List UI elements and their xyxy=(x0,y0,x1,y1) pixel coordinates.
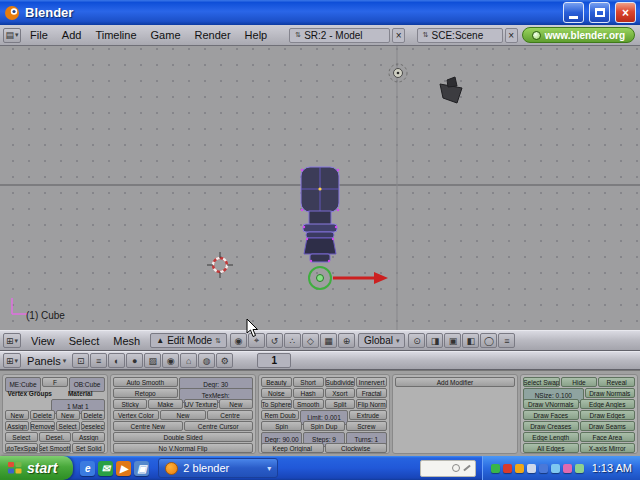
editing-context-icon[interactable]: ◍ xyxy=(198,353,215,368)
panel-button-xsort[interactable]: Xsort xyxy=(325,388,356,398)
panel-button-all-edges[interactable]: All Edges xyxy=(523,443,579,453)
menu-timeline[interactable]: Timeline xyxy=(88,27,143,43)
panel-button-draw-edges[interactable]: Draw Edges xyxy=(580,410,636,420)
orientation-selector[interactable]: Global ▾ xyxy=(358,333,405,348)
windows-update-icon[interactable] xyxy=(515,464,524,473)
menu-render[interactable]: Render xyxy=(188,27,238,43)
script-context-icon[interactable]: ≡ xyxy=(90,353,107,368)
panel-button-extrude[interactable]: Extrude xyxy=(349,410,387,420)
mode-selector[interactable]: ▲ Edit Mode ⇅ xyxy=(150,333,227,348)
world-context-icon[interactable]: ◉ xyxy=(162,353,179,368)
frame-number-field[interactable]: 1 xyxy=(257,353,291,368)
show-desktop-icon[interactable]: ▣ xyxy=(134,461,149,476)
panel-button-set-solid[interactable]: Set Solid xyxy=(72,443,105,453)
menu-game[interactable]: Game xyxy=(144,27,188,43)
panel-button-make[interactable]: Make xyxy=(148,399,182,409)
network-icon[interactable] xyxy=(539,464,548,473)
graphics-tray-icon[interactable] xyxy=(551,464,560,473)
panel-button-fractal[interactable]: Fractal xyxy=(356,388,387,398)
panel-button-screw[interactable]: Screw xyxy=(346,421,387,431)
panel-button-delete[interactable]: Delete xyxy=(81,410,105,420)
pan-hand-icon[interactable]: ⊕ xyxy=(338,333,355,348)
panel-button-edge-length[interactable]: Edge Length xyxy=(523,432,579,442)
scene-context-icon[interactable]: ⚙ xyxy=(216,353,233,368)
screen-selector[interactable]: ⇅ SR:2 - Model xyxy=(289,28,390,43)
antivirus-icon[interactable] xyxy=(503,464,512,473)
minimize-button[interactable] xyxy=(563,2,584,23)
panel-button-assign[interactable]: Assign xyxy=(72,432,105,442)
panel-button-desel[interactable]: Desel. xyxy=(39,432,72,442)
camera-object[interactable] xyxy=(440,77,462,103)
object-context-icon[interactable]: ⌂ xyxy=(180,353,197,368)
panel-button-auto-smooth[interactable]: Auto Smooth xyxy=(113,377,178,387)
logic-context-icon[interactable]: ⊡ xyxy=(72,353,89,368)
lamp-object[interactable] xyxy=(389,64,407,82)
layers-icon[interactable]: ▣ xyxy=(444,333,461,348)
internet-explorer-icon[interactable]: e xyxy=(80,461,95,476)
snap-magnet-icon[interactable]: ⊙ xyxy=(408,333,425,348)
panel-button-keep-original[interactable]: Keep Original xyxy=(261,443,324,453)
pen-icon[interactable] xyxy=(463,465,470,472)
menu-file[interactable]: File xyxy=(23,27,55,43)
panel-button-spin-dup[interactable]: Spin Dup xyxy=(303,421,344,431)
viewport-3d[interactable]: (1) Cube xyxy=(0,46,640,330)
scene-delete-button[interactable]: × xyxy=(505,28,518,43)
panel-button-beauty[interactable]: Beauty xyxy=(261,377,292,387)
panel-button-double-sided[interactable]: Double Sided xyxy=(113,432,253,442)
material-context-icon[interactable]: ● xyxy=(126,353,143,368)
scene-selector[interactable]: ⇅ SCE:Scene xyxy=(417,28,503,43)
panel-button-innervert[interactable]: Innervert xyxy=(356,377,387,387)
start-button[interactable]: start xyxy=(0,456,73,480)
buttons-editor-type-selector[interactable]: ⊞ ▾ xyxy=(3,353,21,368)
panel-button-face-area[interactable]: Face Area xyxy=(580,432,636,442)
editor-type-selector[interactable]: ⊞ ▾ xyxy=(3,333,21,348)
panel-button-clockwise[interactable]: Clockwise xyxy=(325,443,388,453)
screen-delete-button[interactable]: × xyxy=(392,28,405,43)
vertex-select-icon[interactable]: ∴ xyxy=(284,333,301,348)
transform-manipulator[interactable] xyxy=(309,267,388,289)
panel-button-draw-normals[interactable]: Draw Normals xyxy=(585,388,636,398)
panel-button-new[interactable]: New xyxy=(56,410,80,420)
panel-button-edge-angles[interactable]: Edge Angles xyxy=(580,399,636,409)
manipulator-toggle-icon[interactable]: ↺ xyxy=(266,333,283,348)
magnifier-icon[interactable] xyxy=(452,464,460,472)
panel-button-draw-creases[interactable]: Draw Creases xyxy=(523,421,579,431)
panel-button-set-smooth[interactable]: Set Smooth xyxy=(39,443,72,453)
panel-button-retopo[interactable]: Retopo xyxy=(113,388,178,398)
panel-button-short[interactable]: Short xyxy=(293,377,324,387)
menu-add[interactable]: Add xyxy=(55,27,89,43)
blender-org-link[interactable]: www.blender.org xyxy=(522,27,635,43)
panel-button-to-sphere[interactable]: To Sphere xyxy=(261,399,292,409)
maximize-button[interactable] xyxy=(589,2,610,23)
panel-button-centre[interactable]: Centre xyxy=(207,410,253,420)
panel-button-draw-seams[interactable]: Draw Seams xyxy=(580,421,636,431)
panel-button-draw-faces[interactable]: Draw Faces xyxy=(523,410,579,420)
window-type-selector[interactable]: ▤ ▾ xyxy=(3,28,21,43)
render-preview-icon[interactable]: ◨ xyxy=(426,333,443,348)
panel-button-hash[interactable]: Hash xyxy=(293,388,324,398)
lock-view-icon[interactable]: ◧ xyxy=(462,333,479,348)
viewport-menu-select[interactable]: Select xyxy=(62,333,107,349)
viewport-menu-view[interactable]: View xyxy=(24,333,62,349)
panel-button-subdivide[interactable]: Subdivide xyxy=(325,377,356,387)
close-button[interactable]: × xyxy=(615,2,636,23)
panel-button-centre-cursor[interactable]: Centre Cursor xyxy=(184,421,254,431)
panel-button-reveal[interactable]: Reveal xyxy=(598,377,635,387)
selected-vertex[interactable] xyxy=(318,187,321,190)
panel-button-select-swap[interactable]: Select Swap xyxy=(523,377,560,387)
shading-context-icon[interactable]: ◐ xyxy=(108,353,125,368)
panel-button-remove[interactable]: Remove xyxy=(30,421,54,431)
panel-button-hide[interactable]: Hide xyxy=(561,377,598,387)
panel-button-deselect[interactable]: Deselect xyxy=(81,421,105,431)
panel-button-sticky[interactable]: Sticky xyxy=(113,399,147,409)
panel-button-vertex-color[interactable]: Vertex Color xyxy=(113,410,159,420)
panel-button-new[interactable]: New xyxy=(219,399,253,409)
email-icon[interactable]: ✉ xyxy=(98,461,113,476)
panel-button-delete[interactable]: Delete xyxy=(30,410,54,420)
panel-button-uv-texture[interactable]: UV Texture xyxy=(184,399,218,409)
panel-button-x-axis-mirror[interactable]: X-axis Mirror xyxy=(580,443,636,453)
panel-button-split[interactable]: Split xyxy=(325,399,356,409)
viewport-menu-mesh[interactable]: Mesh xyxy=(106,333,147,349)
taskbar-task-blender[interactable]: 2 blender ▾ xyxy=(158,458,278,478)
panel-button-rem-doub[interactable]: Rem Doub xyxy=(261,410,299,420)
